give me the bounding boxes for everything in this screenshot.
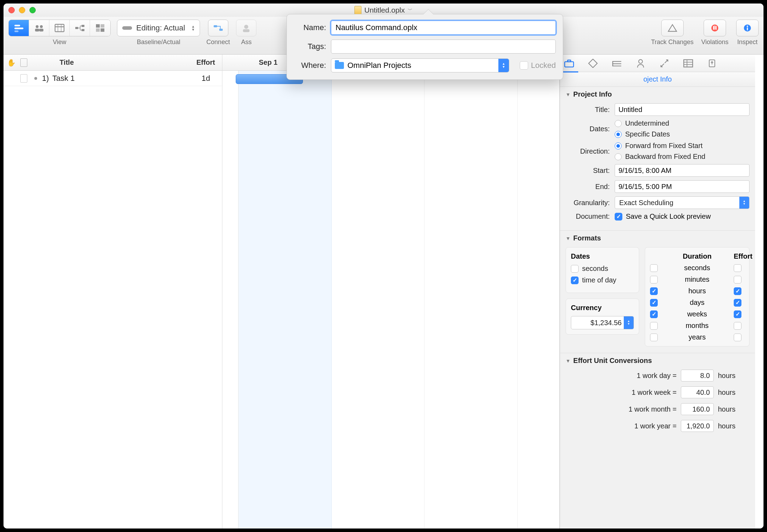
- task-bullet-icon: [34, 77, 37, 80]
- minimize-window-button[interactable]: [19, 7, 25, 13]
- view-resources-button[interactable]: [29, 20, 49, 36]
- duration-months-checkbox[interactable]: [650, 322, 658, 330]
- conversion-value-input[interactable]: 160.0: [681, 403, 714, 415]
- project-title-input[interactable]: [615, 103, 749, 116]
- effort-years-checkbox[interactable]: [734, 334, 741, 341]
- tags-input[interactable]: [331, 40, 556, 54]
- task-name: Task 1: [53, 74, 75, 83]
- effort-hours-checkbox[interactable]: [734, 287, 741, 295]
- note-column-icon[interactable]: [20, 58, 27, 67]
- column-effort[interactable]: Effort: [196, 58, 215, 66]
- violations-icon: [710, 24, 720, 32]
- tab-milestones[interactable]: [586, 57, 600, 69]
- gantt-pane[interactable]: Sep 1: [222, 55, 560, 528]
- duration-minutes-checkbox[interactable]: [650, 276, 658, 284]
- svg-rect-13: [82, 29, 84, 31]
- diamond-icon: [588, 59, 598, 68]
- where-select[interactable]: OmniPlan Projects ▲▼: [331, 58, 509, 72]
- currency-select[interactable]: $1,234.56 ▲▼: [571, 316, 634, 329]
- tab-resource[interactable]: [634, 57, 648, 69]
- duration-weeks-checkbox[interactable]: [650, 310, 658, 318]
- connect-label: Connect: [206, 38, 230, 46]
- track-changes-icon: [668, 24, 677, 32]
- conversion-value-input[interactable]: 40.0: [681, 386, 714, 398]
- effort-days-checkbox[interactable]: [734, 299, 741, 307]
- baseline-popup[interactable]: Editing: Actual ▲▼: [117, 20, 200, 36]
- formats-header[interactable]: ▼ Formats: [566, 234, 749, 242]
- window-title[interactable]: Untitled.oplx ﹀: [354, 6, 413, 14]
- svg-point-26: [747, 26, 748, 27]
- conversion-value-input[interactable]: 1,920.0: [681, 420, 714, 432]
- duration-days-checkbox[interactable]: [650, 299, 658, 307]
- dates-timeofday-checkbox[interactable]: time of day: [571, 276, 634, 284]
- stepper-icon: ▲▼: [191, 25, 195, 31]
- arrows-icon: [659, 59, 670, 68]
- dates-specific-radio[interactable]: Specific Dates: [615, 130, 749, 138]
- svg-rect-21: [243, 29, 250, 32]
- end-date-input[interactable]: [615, 180, 749, 193]
- disclosure-icon: ▼: [566, 236, 571, 241]
- view-network-button[interactable]: [70, 20, 90, 36]
- folder-icon: [335, 62, 344, 69]
- locked-checkbox[interactable]: [520, 61, 528, 70]
- task-index: 1): [42, 74, 49, 83]
- hand-icon[interactable]: ✋: [7, 58, 16, 67]
- start-date-input[interactable]: [615, 164, 749, 177]
- project-info-header[interactable]: ▼ Project Info: [566, 90, 749, 98]
- tab-styles[interactable]: [610, 57, 624, 69]
- styles-icon: [95, 24, 105, 32]
- zoom-window-button[interactable]: [29, 7, 36, 13]
- direction-label: Direction:: [566, 147, 610, 155]
- svg-point-20: [244, 25, 249, 29]
- effort-minutes-checkbox[interactable]: [734, 276, 741, 284]
- tab-columns[interactable]: [681, 57, 695, 69]
- connect-group: Connect: [206, 20, 230, 46]
- assign-group-partial: Ass: [236, 20, 256, 46]
- violations-button[interactable]: [704, 20, 726, 36]
- quicklook-checkbox[interactable]: [615, 213, 622, 220]
- svg-rect-15: [101, 24, 104, 28]
- duration-hours-checkbox[interactable]: [650, 287, 658, 295]
- effort-seconds-checkbox[interactable]: [734, 264, 741, 272]
- tab-export[interactable]: [705, 57, 719, 69]
- direction-forward-radio[interactable]: Forward from Fixed Start: [615, 142, 749, 150]
- view-calendar-button[interactable]: [49, 20, 70, 36]
- connect-button[interactable]: [208, 20, 228, 36]
- person-icon: [635, 59, 646, 68]
- quicklook-label: Save a Quick Look preview: [626, 212, 711, 220]
- conversion-row: 1 work year =1,920.0hours: [566, 420, 735, 432]
- inspect-group: Inspect: [736, 20, 759, 46]
- column-title[interactable]: Title: [60, 58, 74, 66]
- task-row[interactable]: 1) Task 1 1d: [4, 71, 222, 86]
- name-input[interactable]: [331, 21, 556, 35]
- granularity-select[interactable]: Exact Scheduling ▲▼: [615, 196, 749, 209]
- effort-conversions-header[interactable]: ▼ Effort Unit Conversions: [566, 357, 749, 365]
- svg-rect-32: [684, 59, 692, 67]
- duration-seconds-checkbox[interactable]: [650, 264, 658, 272]
- track-changes-button[interactable]: [661, 20, 684, 36]
- direction-backward-radio[interactable]: Backward from Fixed End: [615, 153, 749, 161]
- svg-rect-19: [219, 29, 223, 31]
- conversion-value-input[interactable]: 8.0: [681, 370, 714, 382]
- effort-months-checkbox[interactable]: [734, 322, 741, 330]
- inspect-button[interactable]: [736, 20, 759, 36]
- view-styles-button[interactable]: [90, 20, 110, 36]
- baseline-label: Baseline/Actual: [137, 38, 180, 46]
- assign-button[interactable]: [236, 20, 256, 36]
- effort-weeks-checkbox[interactable]: [734, 310, 741, 318]
- close-window-button[interactable]: [8, 7, 15, 13]
- task-note-icon[interactable]: [20, 74, 27, 83]
- view-gantt-button[interactable]: [9, 20, 29, 36]
- view-segmented[interactable]: [8, 20, 111, 36]
- dates-undetermined-radio[interactable]: Undetermined: [615, 119, 749, 127]
- duration-years-checkbox[interactable]: [650, 334, 658, 341]
- tab-custom[interactable]: [657, 57, 671, 69]
- tab-project[interactable]: [562, 57, 576, 69]
- track-changes-label: Track Changes: [651, 38, 693, 46]
- dates-label: Dates:: [566, 125, 610, 133]
- dates-seconds-checkbox[interactable]: seconds: [571, 265, 634, 273]
- view-label: View: [53, 38, 67, 46]
- svg-rect-27: [747, 27, 748, 30]
- violations-group: Violations: [701, 20, 728, 46]
- svg-rect-11: [75, 27, 78, 29]
